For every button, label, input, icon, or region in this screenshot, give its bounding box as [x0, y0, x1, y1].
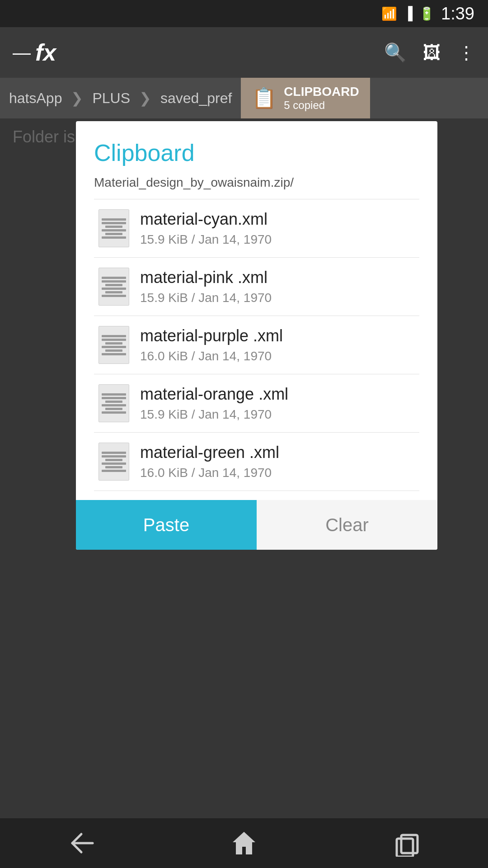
file-icon: [99, 443, 129, 481]
logo-text: fx: [35, 39, 56, 66]
list-item[interactable]: material-cyan.xml 15.9 KiB / Jan 14, 197…: [94, 199, 419, 257]
signal-icon: ▐: [404, 6, 413, 21]
breadcrumb-whatsapp-label: hatsApp: [9, 90, 62, 107]
wifi-icon: 📶: [381, 6, 397, 21]
logo-dash: —: [13, 42, 31, 63]
file-icon-line: [102, 462, 126, 465]
file-details: material-purple .xml 16.0 KiB / Jan 14, …: [140, 326, 283, 363]
file-icon-line: [102, 346, 126, 348]
breadcrumb-savedpref[interactable]: saved_pref: [151, 78, 241, 118]
file-icon-line: [102, 229, 126, 231]
file-icon-line: [102, 404, 126, 406]
file-icon-line: [105, 226, 122, 228]
home-button[interactable]: [230, 830, 258, 857]
file-meta: 15.9 KiB / Jan 14, 1970: [140, 291, 272, 305]
file-icon-line: [105, 401, 122, 403]
list-item[interactable]: material-pink .xml 15.9 KiB / Jan 14, 19…: [94, 257, 419, 316]
file-icon-line: [102, 353, 126, 355]
dialog-content: Clipboard Material_design_by_owaisnaim.z…: [76, 121, 437, 491]
file-icon-line: [102, 470, 126, 472]
toolbar: — fx 🔍 🖼 ⋮: [0, 27, 488, 78]
breadcrumb-arrow-2: ❯: [139, 90, 151, 107]
file-details: material-orange .xml 15.9 KiB / Jan 14, …: [140, 385, 288, 422]
list-item[interactable]: material-purple .xml 16.0 KiB / Jan 14, …: [94, 316, 419, 374]
file-name: material-pink .xml: [140, 268, 272, 287]
file-icon-line: [105, 408, 122, 410]
file-name: material-purple .xml: [140, 326, 283, 345]
status-time: 1:39: [441, 4, 474, 24]
file-details: material-green .xml 16.0 KiB / Jan 14, 1…: [140, 443, 279, 480]
image-icon[interactable]: 🖼: [423, 42, 441, 63]
breadcrumb-plus-label: PLUS: [92, 90, 130, 107]
status-bar: 📶 ▐ 🔋 1:39: [0, 0, 488, 27]
breadcrumb-clipboard[interactable]: 📋 CLIPBOARD 5 copied: [241, 78, 370, 118]
file-details: material-cyan.xml 15.9 KiB / Jan 14, 197…: [140, 210, 272, 247]
file-list: material-cyan.xml 15.9 KiB / Jan 14, 197…: [94, 199, 419, 491]
clipboard-nav-count: 5 copied: [284, 99, 359, 112]
file-icon-line: [102, 452, 126, 454]
file-name: material-green .xml: [140, 443, 279, 462]
file-icon-line: [102, 411, 126, 414]
file-icon-line: [105, 291, 122, 293]
breadcrumb-whatsapp[interactable]: hatsApp: [0, 78, 71, 118]
file-meta: 16.0 KiB / Jan 14, 1970: [140, 349, 283, 363]
status-icons: 📶 ▐ 🔋 1:39: [381, 4, 474, 24]
dialog-buttons: Paste Clear: [76, 500, 437, 550]
file-name: material-orange .xml: [140, 385, 288, 404]
file-icon-line: [102, 295, 126, 297]
toolbar-actions: 🔍 🖼 ⋮: [384, 42, 475, 63]
bottom-nav: [0, 818, 488, 868]
file-icon-line: [102, 218, 126, 221]
dialog-path: Material_design_by_owaisnaim.zip/: [94, 175, 419, 190]
file-icon-line: [102, 455, 126, 458]
clipboard-nav-text: CLIPBOARD 5 copied: [284, 85, 359, 112]
file-meta: 15.9 KiB / Jan 14, 1970: [140, 232, 272, 247]
file-icon-line: [102, 277, 126, 279]
file-icon-line: [102, 236, 126, 239]
search-icon[interactable]: 🔍: [384, 42, 407, 63]
file-icon-line: [102, 222, 126, 224]
clipboard-dialog: Clipboard Material_design_by_owaisnaim.z…: [76, 121, 437, 550]
paste-button[interactable]: Paste: [76, 500, 257, 550]
file-meta: 16.0 KiB / Jan 14, 1970: [140, 466, 279, 480]
breadcrumb: hatsApp ❯ PLUS ❯ saved_pref 📋 CLIPBOARD …: [0, 78, 488, 118]
clipboard-nav-icon: 📋: [252, 86, 277, 110]
more-icon[interactable]: ⋮: [457, 42, 475, 63]
clipboard-nav-label: CLIPBOARD: [284, 85, 359, 99]
file-icon-line: [102, 339, 126, 341]
file-icon-line: [102, 393, 126, 396]
file-icon-line: [102, 280, 126, 283]
app-logo: — fx: [13, 39, 375, 66]
file-icon-line: [105, 349, 122, 352]
back-button[interactable]: [68, 832, 95, 854]
file-icon: [99, 209, 129, 247]
file-name: material-cyan.xml: [140, 210, 272, 229]
file-icon: [99, 268, 129, 306]
breadcrumb-arrow-1: ❯: [71, 90, 83, 107]
file-meta: 15.9 KiB / Jan 14, 1970: [140, 407, 288, 422]
file-icon-line: [105, 284, 122, 286]
file-icon: [99, 384, 129, 422]
file-icon-line: [102, 397, 126, 399]
file-icon-line: [105, 342, 122, 344]
svg-marker-1: [233, 832, 255, 854]
list-item[interactable]: material-green .xml 16.0 KiB / Jan 14, 1…: [94, 432, 419, 491]
file-icon-line: [102, 335, 126, 337]
breadcrumb-savedpref-label: saved_pref: [160, 90, 232, 107]
file-icon-line: [105, 233, 122, 235]
recents-button[interactable]: [393, 830, 420, 857]
file-details: material-pink .xml 15.9 KiB / Jan 14, 19…: [140, 268, 272, 305]
battery-icon: 🔋: [419, 6, 435, 21]
list-item[interactable]: material-orange .xml 15.9 KiB / Jan 14, …: [94, 374, 419, 432]
file-icon-line: [105, 466, 122, 468]
file-icon-line: [102, 288, 126, 290]
clear-button[interactable]: Clear: [257, 500, 437, 550]
breadcrumb-plus[interactable]: PLUS: [83, 78, 139, 118]
file-icon-line: [105, 459, 122, 461]
dialog-title: Clipboard: [94, 139, 419, 166]
file-icon: [99, 326, 129, 364]
